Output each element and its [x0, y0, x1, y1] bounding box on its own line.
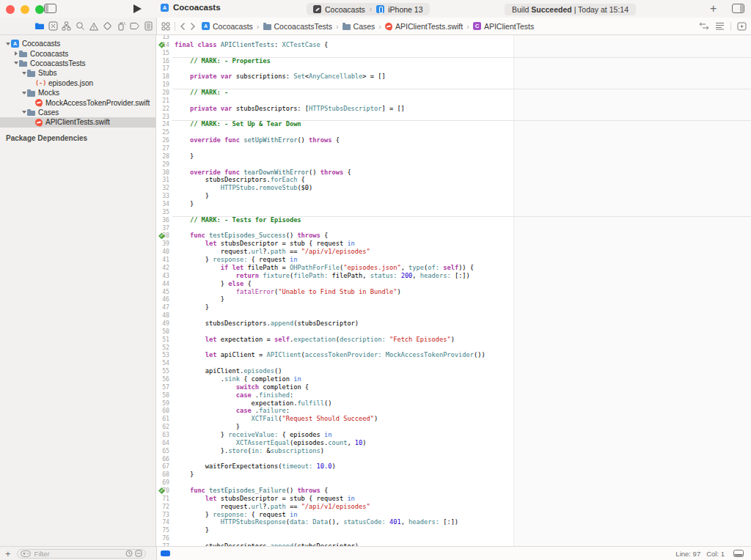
symbol-navigator-icon[interactable] — [61, 21, 72, 32]
source-control-navigator-icon[interactable] — [48, 21, 59, 32]
line-number[interactable]: 26 — [157, 136, 172, 144]
line-number[interactable]: 65 — [157, 447, 172, 455]
breakpoint-navigator-icon[interactable] — [129, 21, 140, 32]
line-number[interactable]: 20 — [157, 89, 172, 97]
breakpoint-capsule-icon[interactable] — [161, 550, 170, 556]
line-number[interactable]: 76 — [157, 534, 172, 542]
sidebar-item-stubs[interactable]: Stubs — [0, 68, 155, 78]
sidebar-item-cocoacasts[interactable]: Cocoacasts — [0, 39, 155, 48]
zoom-window-button[interactable] — [35, 5, 44, 14]
line-number[interactable]: 49 — [157, 320, 172, 328]
line-number[interactable]: 18 — [157, 73, 172, 81]
line-number[interactable]: 35 — [157, 208, 172, 216]
line-number[interactable]: 22 — [157, 105, 172, 113]
line-number[interactable]: 25 — [157, 128, 172, 136]
close-window-button[interactable] — [6, 5, 15, 14]
line-number[interactable]: 54 — [157, 359, 172, 367]
source-control-filter-icon[interactable] — [135, 550, 142, 557]
inspector-toggle-icon[interactable] — [732, 4, 744, 13]
add-editor-icon[interactable] — [737, 22, 747, 31]
breadcrumb-item[interactable]: Cocoacasts — [202, 22, 253, 31]
line-number[interactable]: 32 — [157, 184, 172, 192]
sidebar-item-mockaccesstokenprovider-swift[interactable]: MockAccessTokenProvider.swift — [0, 97, 155, 107]
line-number[interactable]: 71 — [157, 495, 172, 503]
line-number[interactable]: 62 — [157, 423, 172, 431]
destination-name[interactable]: iPhone 13 — [388, 5, 422, 14]
line-number[interactable]: 58 — [157, 391, 172, 399]
forward-button[interactable] — [190, 22, 196, 31]
test-navigator-icon[interactable] — [102, 21, 113, 32]
sidebar-item-cocoacasts[interactable]: Cocoacasts — [0, 48, 155, 58]
line-number[interactable]: 34 — [157, 200, 172, 208]
line-number[interactable]: 45 — [157, 288, 172, 296]
line-number[interactable]: 15 — [157, 49, 172, 57]
run-button[interactable] — [133, 4, 142, 13]
minimize-window-button[interactable] — [21, 5, 29, 14]
add-file-button[interactable]: + — [5, 549, 11, 559]
debug-navigator-icon[interactable] — [116, 21, 127, 32]
line-number[interactable]: 72 — [157, 503, 172, 511]
line-number[interactable]: 74 — [157, 518, 172, 526]
line-number[interactable]: 23 — [157, 113, 172, 121]
related-items-icon[interactable] — [161, 22, 170, 31]
sidebar-item-cocoacaststests[interactable]: CocoacastsTests — [0, 59, 155, 68]
line-number[interactable]: 57 — [157, 383, 172, 391]
line-number[interactable]: 50 — [157, 328, 172, 336]
line-number[interactable]: 48 — [157, 312, 172, 320]
breadcrumb-item[interactable]: APIClientTests — [473, 22, 534, 31]
line-number[interactable]: 55 — [157, 367, 172, 375]
line-number[interactable]: 13 — [157, 35, 172, 41]
editor-options-icon[interactable] — [715, 22, 725, 30]
line-number[interactable]: 53 — [157, 351, 172, 359]
line-number[interactable]: 24 — [157, 120, 172, 128]
find-navigator-icon[interactable] — [75, 21, 86, 32]
line-number[interactable]: 75 — [157, 526, 172, 534]
line-number[interactable]: 19 — [157, 81, 172, 89]
line-number[interactable]: 52 — [157, 344, 172, 352]
line-number[interactable]: 16 — [157, 57, 172, 65]
line-number[interactable]: 64 — [157, 439, 172, 447]
line-number[interactable]: 31 — [157, 176, 172, 184]
line-number[interactable]: 47 — [157, 303, 172, 312]
issue-navigator-icon[interactable] — [89, 21, 100, 32]
line-number[interactable]: 66 — [157, 455, 172, 463]
breadcrumb-item[interactable]: Cases — [342, 22, 376, 31]
line-number[interactable]: 68 — [157, 471, 172, 479]
chevron-down-icon[interactable] — [4, 43, 11, 45]
line-number[interactable]: 39 — [157, 240, 172, 248]
line-number[interactable]: 43 — [157, 272, 172, 280]
filter-input[interactable] — [33, 549, 123, 559]
chevron-down-icon[interactable] — [21, 92, 27, 95]
scheme-name[interactable]: Cocoacasts — [325, 5, 365, 14]
chevron-down-icon[interactable] — [21, 111, 27, 114]
recent-files-filter-icon[interactable] — [125, 550, 133, 557]
breadcrumb-item[interactable]: APIClientTests.swift — [385, 22, 463, 31]
sidebar-item-mocks[interactable]: Mocks — [0, 88, 155, 97]
line-number[interactable]: 37 — [157, 224, 172, 232]
library-button[interactable]: + — [710, 1, 717, 16]
chevron-right-icon[interactable] — [12, 51, 19, 56]
chevron-down-icon[interactable] — [21, 72, 27, 75]
line-number[interactable]: 60 — [157, 407, 172, 415]
line-number[interactable]: 44 — [157, 280, 172, 288]
line-number[interactable]: 36 — [157, 216, 172, 224]
line-number[interactable]: 67 — [157, 463, 172, 471]
line-number[interactable]: 73 — [157, 511, 172, 519]
editor-only-mode-icon[interactable] — [733, 550, 744, 557]
line-number[interactable]: 28 — [157, 152, 172, 161]
line-number[interactable]: 56 — [157, 375, 172, 383]
scheme-selector[interactable]: Cocoacasts › iPhone 13 — [307, 3, 430, 15]
line-number[interactable]: 63 — [157, 431, 172, 439]
line-number[interactable]: 21 — [157, 97, 172, 105]
line-number[interactable]: 29 — [157, 161, 172, 169]
line-number[interactable]: 69 — [157, 479, 172, 487]
sidebar-item-apiclienttests-swift[interactable]: APIClientTests.swift — [0, 117, 155, 127]
sidebar-item-cases[interactable]: Cases — [0, 108, 155, 117]
source-editor[interactable]: 1314final class APIClientTests: XCTestCa… — [157, 35, 751, 546]
line-number[interactable]: 61 — [157, 415, 172, 423]
sidebar-item-episodes-json[interactable]: episodes.json — [0, 78, 155, 88]
navigator-toggle-icon[interactable] — [44, 4, 56, 13]
line-number[interactable]: 33 — [157, 192, 172, 200]
line-number[interactable]: 42 — [157, 264, 172, 272]
report-navigator-icon[interactable] — [143, 21, 154, 32]
